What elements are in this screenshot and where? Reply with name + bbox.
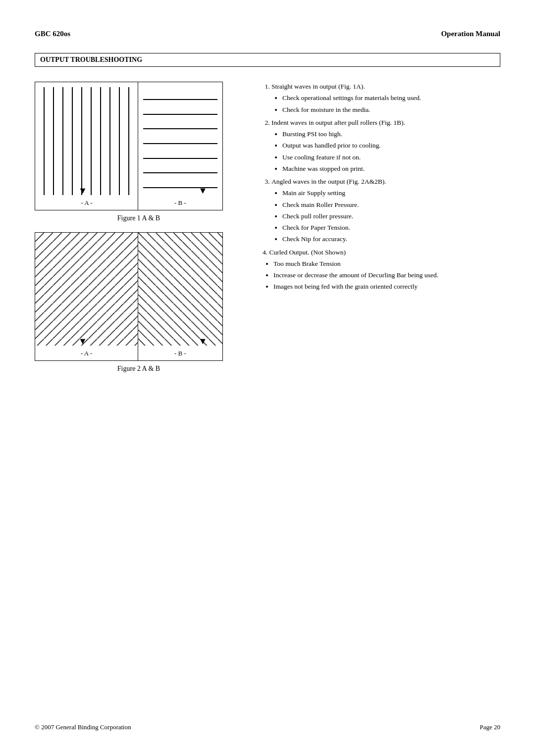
figure1-inner: ▼ — [35, 82, 222, 210]
vlines — [35, 82, 138, 195]
list-item: Check main Roller Pressure. — [282, 200, 500, 210]
figure2-box: - A - ▼ — [35, 232, 223, 361]
figure1-label-b: - B - — [138, 199, 222, 207]
hline — [143, 158, 217, 159]
figure1-label-a: - A - — [35, 199, 138, 207]
arrow-down-fig2-b: ▼ — [199, 336, 208, 347]
hline — [143, 99, 217, 100]
instructions-column: Straight waves in output (Fig. 1A). Chec… — [263, 82, 500, 294]
section-title: OUTPUT TROUBLESHOOTING — [40, 56, 142, 63]
figure2-label-b: - B - — [138, 350, 222, 357]
figure2-inner: - A - ▼ — [35, 233, 222, 360]
figure2-caption: Figure 2 A & B — [35, 365, 243, 373]
item3-text: Angled waves in the output (Fig. 2A&2B). — [271, 178, 386, 185]
item2-text: Indent waves in output after pull roller… — [271, 119, 405, 126]
hline — [143, 172, 217, 173]
figures-column: ▼ — [35, 82, 243, 383]
figure2-container: - A - ▼ — [35, 232, 243, 373]
footer-right: Page 20 — [480, 723, 500, 731]
vline — [119, 87, 120, 195]
list-item: Main air Supply setting — [282, 188, 500, 198]
list-item-1: Straight waves in output (Fig. 1A). Chec… — [271, 82, 500, 115]
list-item: Check Nip for accuracy. — [282, 234, 500, 244]
item1-text: Straight waves in output (Fig. 1A). — [271, 83, 365, 90]
hline — [143, 128, 217, 129]
figure1-box: ▼ — [35, 82, 223, 210]
list-item: Check pull roller pressure. — [282, 211, 500, 221]
page: GBC 620os Operation Manual OUTPUT TROUBL… — [0, 0, 535, 756]
hline — [143, 114, 217, 115]
diag-svg-a — [35, 233, 138, 346]
vline — [62, 87, 63, 195]
vline — [72, 87, 73, 195]
list-item-2: Indent waves in output after pull roller… — [271, 118, 500, 174]
figure2-panel-a: - A - ▼ — [35, 233, 138, 360]
header: GBC 620os Operation Manual — [35, 30, 500, 38]
item4-bullets: Too much Brake Tension Increase or decre… — [263, 259, 500, 292]
list-item: Bursting PSI too high. — [282, 129, 500, 139]
header-right: Operation Manual — [441, 30, 500, 38]
vline — [109, 87, 110, 195]
arrow-down-fig2-a: ▼ — [78, 336, 87, 347]
footer: © 2007 General Binding Corporation Page … — [35, 723, 500, 731]
item4-text: Curled Output. (Not Shown) — [269, 249, 346, 256]
header-left: GBC 620os — [35, 30, 70, 38]
list-item: Too much Brake Tension — [273, 259, 500, 269]
hline — [143, 143, 217, 144]
instructions-list: Straight waves in output (Fig. 1A). Chec… — [263, 82, 500, 245]
list-item: Images not being fed with the grain orie… — [273, 282, 500, 292]
arrow-down-b: ▼ — [199, 186, 208, 196]
figure2-label-a: - A - — [35, 350, 138, 357]
content-area: ▼ — [35, 82, 500, 383]
figure2-panel-b: - B - ▼ — [138, 233, 222, 360]
vline — [100, 87, 101, 195]
list-item: Check for moisture in the media. — [282, 105, 500, 115]
item1-bullets: Check operational settings for materials… — [271, 93, 500, 115]
vline — [44, 87, 45, 195]
hlines — [138, 82, 222, 195]
vline — [128, 87, 129, 195]
svg-rect-1 — [35, 233, 138, 346]
list-item: Machine was stopped on print. — [282, 164, 500, 174]
item3-bullets: Main air Supply setting Check main Rolle… — [271, 188, 500, 244]
vline — [81, 87, 82, 195]
item4: 4. Curled Output. (Not Shown) Too much B… — [263, 248, 500, 292]
arrow-down-a: ▼ — [78, 186, 87, 196]
diag-svg-b — [138, 233, 222, 346]
vline — [91, 87, 92, 195]
list-item: Increase or decrease the amount of Decur… — [273, 270, 500, 280]
list-item: Check operational settings for materials… — [282, 93, 500, 103]
list-item: Use cooling feature if not on. — [282, 152, 500, 162]
item4-number: 4. — [263, 249, 269, 256]
figure1-labels: - A - - B - — [35, 199, 222, 207]
list-item: Output was handled prior to cooling. — [282, 141, 500, 151]
list-item-3: Angled waves in the output (Fig. 2A&2B).… — [271, 177, 500, 245]
section-title-bar: OUTPUT TROUBLESHOOTING — [35, 53, 500, 67]
figure1-panel-a: ▼ — [35, 82, 138, 210]
vline — [53, 87, 54, 195]
list-item: Check for Paper Tension. — [282, 223, 500, 233]
figure1-container: ▼ — [35, 82, 243, 222]
item2-bullets: Bursting PSI too high. Output was handle… — [271, 129, 500, 174]
figure1-panel-b: ▼ — [138, 82, 222, 210]
svg-rect-3 — [138, 233, 222, 346]
footer-left: © 2007 General Binding Corporation — [35, 723, 131, 731]
figure1-caption: Figure 1 A & B — [35, 214, 243, 222]
